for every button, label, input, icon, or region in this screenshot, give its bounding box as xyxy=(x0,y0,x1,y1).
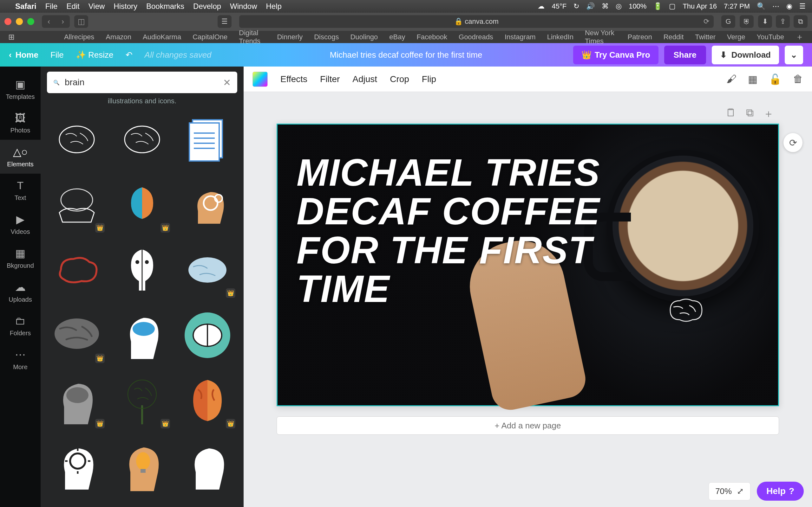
zoom-window-button[interactable] xyxy=(27,18,34,25)
element-head-gear-white[interactable] xyxy=(47,436,107,496)
fav-facebook[interactable]: Facebook xyxy=(416,33,447,41)
obj-item-bkground[interactable]: ▦Bkground xyxy=(0,241,41,275)
obj-item-templates[interactable]: ▣Templates xyxy=(0,72,41,106)
resize-button[interactable]: ✨ Resize xyxy=(76,50,113,60)
weather-temp[interactable]: 45°F xyxy=(552,2,566,10)
forward-button[interactable]: › xyxy=(56,15,70,28)
document-title[interactable]: Michael tries decaf coffee for the first… xyxy=(330,50,483,60)
element-gear-cog[interactable] xyxy=(112,501,172,502)
obj-item-more[interactable]: ⋯More xyxy=(0,343,41,377)
spotlight-icon[interactable]: 🔍 xyxy=(757,2,765,10)
element-brain-grey[interactable]: 👑 xyxy=(47,305,107,365)
home-button[interactable]: ‹ Home xyxy=(9,50,38,60)
element-head-brain-white[interactable] xyxy=(177,436,237,496)
element-brain-in-hands[interactable]: 👑 xyxy=(47,175,107,234)
obj-item-uploads[interactable]: ☁Uploads xyxy=(0,275,41,309)
fav-discogs[interactable]: Discogs xyxy=(314,33,339,41)
address-bar[interactable]: 🔒 canva.com ⟳ xyxy=(239,15,714,28)
new-tab-button[interactable]: ＋ xyxy=(796,32,804,43)
try-pro-button[interactable]: 👑 Try Canva Pro xyxy=(573,46,658,64)
minimize-window-button[interactable] xyxy=(16,18,23,25)
downloads-button[interactable]: ⬇ xyxy=(758,15,772,28)
extension-button[interactable]: G xyxy=(721,15,735,28)
menu-bookmarks[interactable]: Bookmarks xyxy=(146,2,184,11)
obj-item-photos[interactable]: 🖼Photos xyxy=(0,106,41,140)
filter-button[interactable]: Filter xyxy=(320,74,340,84)
fav-capitalone[interactable]: CapitalOne xyxy=(193,33,227,41)
fav-amazon[interactable]: Amazon xyxy=(106,33,131,41)
close-window-button[interactable] xyxy=(4,18,11,25)
fav-digitaltrends[interactable]: Digital Trends xyxy=(239,29,265,45)
menu-help[interactable]: Help xyxy=(266,2,281,11)
effects-button[interactable]: Effects xyxy=(281,74,307,84)
add-page-icon[interactable]: ＋ xyxy=(763,107,774,121)
fav-linkedin[interactable]: LinkedIn xyxy=(547,33,573,41)
fav-audiokarma[interactable]: AudioKarma xyxy=(143,33,181,41)
menu-edit[interactable]: Edit xyxy=(66,2,79,11)
battery-icon[interactable]: 🔋 xyxy=(653,2,662,10)
fav-verge[interactable]: Verge xyxy=(727,33,745,41)
back-button[interactable]: ‹ xyxy=(42,15,56,28)
headline-text[interactable]: MICHAEL TRIES DECAF COFFEE FOR THE FIRST… xyxy=(297,153,600,308)
reader-button[interactable]: ☰ xyxy=(217,15,232,28)
search-box[interactable]: 🔍 ✕ xyxy=(47,72,237,93)
design-page[interactable]: MICHAEL TRIES DECAF COFFEE FOR THE FIRST… xyxy=(276,124,779,406)
notification-icon[interactable]: ☰ xyxy=(799,2,806,10)
element-brain-red[interactable] xyxy=(47,240,107,300)
help-button[interactable]: Help ? xyxy=(757,482,804,501)
crop-button[interactable]: Crop xyxy=(390,74,409,84)
fav-instagram[interactable]: Instagram xyxy=(505,33,536,41)
fav-patreon[interactable]: Patreon xyxy=(628,33,652,41)
fav-nyt[interactable]: New York Times xyxy=(585,29,616,45)
dropbox-icon[interactable]: ◎ xyxy=(616,2,622,10)
menu-develop[interactable]: Develop xyxy=(193,2,221,11)
element-brain-tree[interactable]: 👑 xyxy=(112,371,172,430)
element-brain-light-blue[interactable]: 👑 xyxy=(177,240,237,300)
control-center-icon[interactable]: ⋯ xyxy=(772,2,779,10)
page-notes-icon[interactable]: 🗒 xyxy=(726,107,737,121)
obj-item-text[interactable]: TText xyxy=(0,174,41,207)
adjust-button[interactable]: Adjust xyxy=(352,74,377,84)
menu-view[interactable]: View xyxy=(89,2,105,11)
share-button[interactable]: ⇪ xyxy=(776,15,790,28)
duplicate-page-icon[interactable]: ⧉ xyxy=(746,107,754,121)
app-name[interactable]: Safari xyxy=(15,2,37,11)
menubar-time[interactable]: 7:27 PM xyxy=(724,2,750,10)
sidebar-button[interactable]: ◫ xyxy=(74,15,88,28)
element-circuit-pink[interactable] xyxy=(47,501,107,502)
timemachine-icon[interactable]: ↻ xyxy=(573,2,579,10)
file-menu[interactable]: File xyxy=(50,50,64,60)
stage[interactable]: 🗒 ⧉ ＋ MICHAEL TRIES DECAF COFFEE FOR THE… xyxy=(244,92,812,507)
image-color-button[interactable] xyxy=(252,72,268,87)
flip-button[interactable]: Flip xyxy=(422,74,436,84)
airplay-icon[interactable]: ▢ xyxy=(669,2,676,10)
fav-allrecipes[interactable]: Allrecipes xyxy=(64,33,94,41)
tabs-button[interactable]: ⧉ xyxy=(794,15,808,28)
fav-ebay[interactable]: eBay xyxy=(389,33,405,41)
element-head-gears[interactable] xyxy=(177,175,237,234)
volume-icon[interactable]: 🔊 xyxy=(586,2,595,10)
element-document-paper[interactable] xyxy=(177,110,237,169)
element-brain-circle-teal[interactable] xyxy=(177,305,237,365)
share-button[interactable]: Share xyxy=(664,46,706,64)
element-brain-small[interactable] xyxy=(177,501,237,502)
brain-element-overlay[interactable] xyxy=(664,294,708,326)
download-button[interactable]: ⬇ Download xyxy=(712,46,779,64)
element-head-profile-blue[interactable] xyxy=(112,305,172,365)
weather-icon[interactable]: ☁ xyxy=(538,2,545,10)
element-head-lightbulb[interactable] xyxy=(112,436,172,496)
privacy-button[interactable]: ⛨ xyxy=(740,15,754,28)
fav-dinnerly[interactable]: Dinnerly xyxy=(277,33,303,41)
transparency-icon[interactable]: ▦ xyxy=(748,73,757,85)
obj-item-videos[interactable]: ▶Videos xyxy=(0,207,41,241)
element-brain-outline-top[interactable] xyxy=(47,110,107,169)
battery-pct[interactable]: 100% xyxy=(629,2,647,10)
element-brain-bulb[interactable] xyxy=(112,240,172,300)
obj-item-elements[interactable]: △○Elements xyxy=(0,140,41,174)
element-brain-half-color[interactable]: 👑 xyxy=(112,175,172,234)
menu-window[interactable]: Window xyxy=(230,2,257,11)
fav-goodreads[interactable]: Goodreads xyxy=(459,33,493,41)
lock-icon[interactable]: 🔓 xyxy=(769,73,781,85)
obj-item-folders[interactable]: 🗀Folders xyxy=(0,309,41,343)
menu-file[interactable]: File xyxy=(45,2,58,11)
